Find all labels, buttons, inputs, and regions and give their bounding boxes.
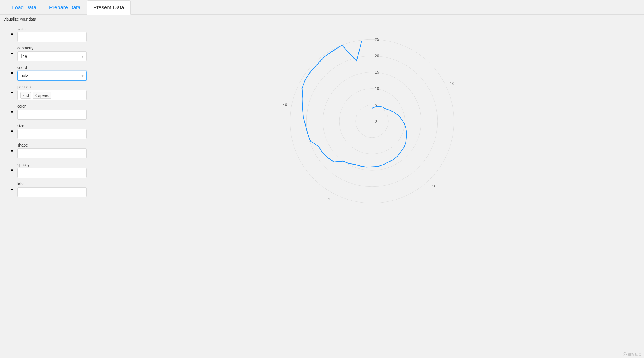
tag-speed[interactable]: × speed: [33, 92, 51, 99]
page-subtitle: Visualize your data: [0, 15, 644, 21]
label-coord: coord: [17, 65, 94, 70]
svg-text:15: 15: [375, 70, 379, 74]
label-geometry: geometry: [17, 46, 94, 50]
tab-prepare-data[interactable]: Prepare Data: [43, 0, 87, 15]
tag-label: speed: [38, 93, 49, 98]
select-geometry-value: line: [20, 54, 27, 59]
watermark-text: 创新互联: [628, 352, 641, 356]
tag-label: id: [26, 93, 29, 98]
svg-text:30: 30: [327, 197, 332, 201]
bullet-icon: [11, 72, 13, 74]
select-coord-value: polar: [20, 73, 30, 78]
svg-text:25: 25: [375, 37, 379, 42]
tag-id[interactable]: × id: [20, 92, 31, 99]
input-color[interactable]: [17, 110, 87, 120]
input-opacity[interactable]: [17, 168, 87, 178]
select-geometry[interactable]: line ▾: [17, 51, 87, 61]
chart-area: 051015202510203040: [106, 24, 638, 216]
input-shape[interactable]: [17, 148, 87, 158]
config-sidebar: facet geometry line ▾ coord polar ▾: [6, 24, 94, 201]
label-shape: shape: [17, 143, 94, 147]
close-icon[interactable]: ×: [34, 93, 37, 98]
bullet-icon: [11, 150, 13, 152]
svg-text:0: 0: [375, 119, 377, 123]
svg-text:20: 20: [375, 54, 379, 58]
label-opacity: opacity: [17, 162, 94, 167]
label-label: label: [17, 182, 94, 186]
label-facet: facet: [17, 26, 94, 31]
bullet-icon: [11, 169, 13, 171]
watermark: ✕ 创新互联: [623, 352, 641, 356]
tab-load-data[interactable]: Load Data: [6, 0, 43, 15]
bullet-icon: [11, 92, 13, 93]
bullet-icon: [11, 111, 13, 113]
close-icon[interactable]: ×: [22, 93, 25, 98]
svg-text:20: 20: [431, 184, 435, 188]
input-position[interactable]: × id × speed: [17, 90, 87, 100]
label-size: size: [17, 123, 94, 128]
bullet-icon: [11, 130, 13, 132]
svg-text:10: 10: [375, 86, 379, 91]
label-color: color: [17, 104, 94, 109]
input-facet[interactable]: [17, 32, 87, 42]
label-position: position: [17, 85, 94, 89]
polar-chart: 051015202510203040: [278, 27, 466, 216]
tab-present-data[interactable]: Present Data: [87, 0, 131, 15]
svg-text:40: 40: [283, 102, 287, 107]
input-label[interactable]: [17, 187, 87, 197]
bullet-icon: [11, 189, 13, 190]
chevron-down-icon: ▾: [81, 73, 84, 79]
chevron-down-icon: ▾: [81, 54, 84, 59]
svg-text:10: 10: [450, 81, 455, 86]
watermark-icon: ✕: [623, 352, 627, 356]
tabs: Load Data Prepare Data Present Data: [0, 0, 644, 15]
bullet-icon: [11, 53, 13, 54]
input-size[interactable]: [17, 129, 87, 139]
bullet-icon: [11, 33, 13, 35]
select-coord[interactable]: polar ▾: [17, 71, 87, 81]
